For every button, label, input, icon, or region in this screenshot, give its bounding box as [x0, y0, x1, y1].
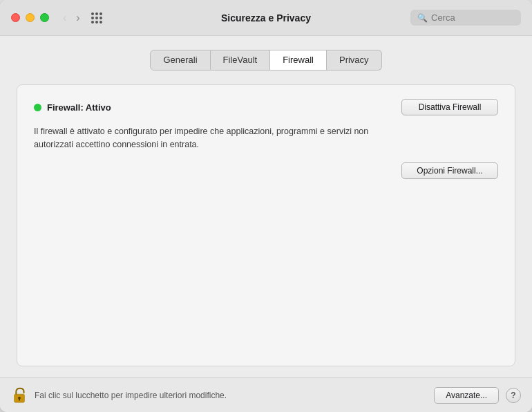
help-button[interactable]: ? — [506, 388, 521, 403]
firewall-status-dot — [34, 104, 41, 111]
firewall-panel: Firewall: Attivo Disattiva Firewall Il f… — [17, 84, 515, 366]
forward-button[interactable]: › — [73, 10, 82, 26]
bottom-bar: Fai clic sul lucchetto per impedire ulte… — [0, 377, 532, 412]
titlebar: ‹ › Sicurezza e Privacy 🔍 — [0, 0, 532, 36]
app-grid-icon[interactable] — [91, 12, 102, 24]
close-button[interactable] — [11, 13, 20, 22]
firewall-status-left: Firewall: Attivo — [34, 102, 111, 113]
tab-generali[interactable]: Generali — [150, 50, 210, 71]
firewall-status-label: Firewall: Attivo — [47, 102, 111, 113]
nav-buttons: ‹ › — [60, 10, 83, 26]
tabs-bar: Generali FileVault Firewall Privacy — [17, 50, 515, 71]
tab-privacy[interactable]: Privacy — [327, 50, 382, 71]
firewall-options-button[interactable]: Opzioni Firewall... — [401, 162, 498, 179]
window: ‹ › Sicurezza e Privacy 🔍 Generali FileV… — [0, 0, 532, 412]
search-icon: 🔍 — [417, 13, 428, 23]
tab-firewall[interactable]: Firewall — [270, 50, 327, 71]
back-button[interactable]: ‹ — [60, 10, 69, 26]
content-area: Generali FileVault Firewall Privacy Fire… — [0, 36, 532, 377]
minimize-button[interactable] — [26, 13, 35, 22]
disable-firewall-button[interactable]: Disattiva Firewall — [401, 99, 498, 115]
firewall-options-row: Opzioni Firewall... — [34, 162, 498, 179]
firewall-status-row: Firewall: Attivo Disattiva Firewall — [34, 99, 498, 115]
maximize-button[interactable] — [40, 13, 49, 22]
tab-filevault[interactable]: FileVault — [211, 50, 271, 71]
svg-rect-2 — [19, 398, 20, 400]
traffic-lights — [11, 13, 49, 22]
bottom-actions: Avanzate... ? — [434, 387, 521, 404]
search-bar[interactable]: 🔍 — [410, 10, 521, 26]
window-title: Sicurezza e Privacy — [221, 12, 311, 24]
advanced-button[interactable]: Avanzate... — [434, 387, 499, 404]
lock-description: Fai clic sul lucchetto per impedire ulte… — [35, 391, 434, 400]
grid-dots — [91, 12, 102, 24]
lock-icon[interactable] — [11, 386, 28, 404]
search-input[interactable] — [431, 12, 514, 23]
firewall-description: Il firewall è attivato e configurato per… — [34, 125, 393, 151]
